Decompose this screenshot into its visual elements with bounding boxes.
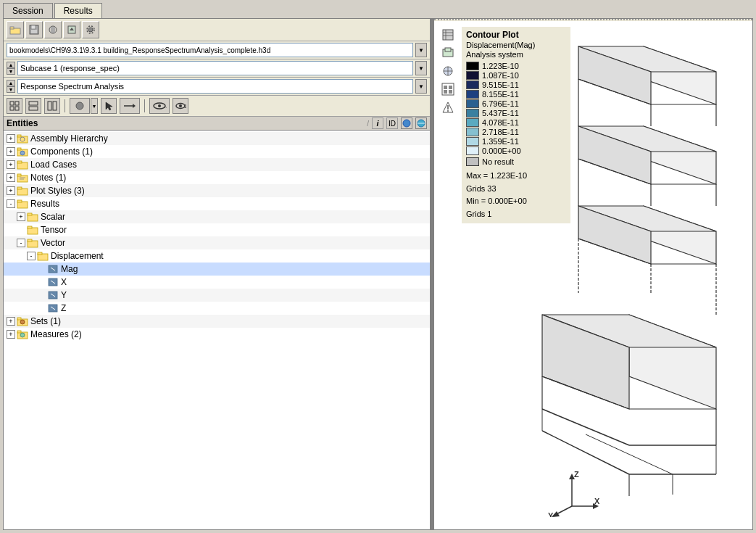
tree-toggle[interactable]: + xyxy=(7,147,15,156)
import-button[interactable] xyxy=(63,21,80,38)
legend-color-block xyxy=(466,146,479,155)
analysis-input[interactable] xyxy=(17,79,413,94)
svg-text:+/-: +/- xyxy=(164,104,167,109)
export-button[interactable] xyxy=(44,21,62,38)
cursor-button[interactable] xyxy=(101,98,117,114)
svg-rect-18 xyxy=(53,102,57,110)
legend-bar: 8.155E-11 xyxy=(466,90,566,99)
tree-toggle[interactable]: + xyxy=(7,134,15,143)
tree-item[interactable]: -Vector xyxy=(4,236,430,249)
rp-icon1[interactable] xyxy=(440,27,456,43)
entities-sphere1-icon[interactable] xyxy=(401,117,412,129)
tree-item-label: Vector xyxy=(41,238,65,248)
tree-item[interactable]: +Plot Styles (3) xyxy=(4,184,430,197)
tree-toggle[interactable]: + xyxy=(7,317,15,326)
tree-toggle[interactable]: + xyxy=(7,160,15,169)
tree-toggle[interactable]: - xyxy=(7,199,15,208)
eye2-button[interactable]: 1 xyxy=(173,98,188,114)
tree-item[interactable]: +Components (1) xyxy=(4,145,430,158)
entities-info-icon[interactable]: i xyxy=(372,117,383,129)
tree-toggle[interactable]: + xyxy=(17,212,25,221)
svg-point-27 xyxy=(179,104,182,107)
filepath-input[interactable] xyxy=(7,43,413,57)
arrow-right-button[interactable] xyxy=(120,98,140,114)
analysis-spin-down[interactable]: ▼ xyxy=(7,86,15,93)
analysis-dropdown[interactable]: ▼ xyxy=(415,79,427,94)
legend-value: 1.223E-10 xyxy=(482,62,519,70)
svg-rect-51 xyxy=(28,226,32,228)
tree-item[interactable]: +Assembly Hierarchy xyxy=(4,132,430,145)
svg-rect-82 xyxy=(449,86,452,89)
tree-item[interactable]: Y xyxy=(4,289,430,302)
filepath-dropdown[interactable]: ▼ xyxy=(415,43,427,57)
tree-item[interactable]: Z xyxy=(4,302,430,315)
main-container: Session Results xyxy=(0,0,756,533)
tree-item-label: Y xyxy=(61,290,67,300)
object-button[interactable] xyxy=(70,98,90,114)
tree-item[interactable]: +Scalar xyxy=(4,210,430,223)
analysis-spin-up[interactable]: ▲ xyxy=(7,80,15,86)
grid2-button[interactable] xyxy=(25,98,41,114)
svg-rect-53 xyxy=(28,239,32,241)
tree-item[interactable]: Tensor xyxy=(4,223,430,236)
svg-point-86 xyxy=(447,110,449,112)
subcase-spinner: ▲ ▼ xyxy=(7,62,15,75)
filepath-row: ▼ xyxy=(4,41,430,59)
object-dropdown[interactable]: ▼ xyxy=(91,98,98,114)
tree-toggle[interactable]: + xyxy=(7,186,15,195)
tree-item[interactable]: +Measures (2) xyxy=(4,328,430,341)
tree-item-label: Results xyxy=(30,199,59,209)
svg-line-117 xyxy=(542,409,629,445)
legend-bar: 6.796E-11 xyxy=(466,99,566,108)
rp-icon3[interactable] xyxy=(440,63,456,79)
tree-toggle[interactable]: - xyxy=(17,239,25,247)
svg-rect-68 xyxy=(17,331,21,333)
tree-toggle[interactable]: + xyxy=(7,173,15,182)
tree-item[interactable]: -Displacement xyxy=(4,249,430,263)
tab-session[interactable]: Session xyxy=(3,3,53,18)
subcase-spin-down[interactable]: ▼ xyxy=(7,68,15,75)
tab-results[interactable]: Results xyxy=(54,3,102,18)
tree-item[interactable]: +Sets (1) xyxy=(4,315,430,328)
svg-rect-39 xyxy=(17,161,22,163)
svg-rect-3 xyxy=(31,25,36,29)
svg-marker-20 xyxy=(106,102,112,110)
grids2-label: Grids 1 xyxy=(466,208,566,221)
legend-value: 1.359E-11 xyxy=(482,137,519,146)
grid1-button[interactable] xyxy=(7,98,22,114)
max-label: Max = 1.223E-10 xyxy=(466,170,566,183)
subcase-dropdown[interactable]: ▼ xyxy=(415,61,427,75)
rp-icon5[interactable] xyxy=(440,99,456,115)
legend-bar: 1.087E-10 xyxy=(466,71,566,80)
svg-rect-33 xyxy=(17,135,21,137)
rp-icon4[interactable] xyxy=(440,81,456,97)
tree-item-label: Load Cases xyxy=(30,160,77,170)
tree-item[interactable]: +Load Cases xyxy=(4,158,430,171)
tree-item[interactable]: +Notes (1) xyxy=(4,171,430,184)
rp-icon2[interactable] xyxy=(440,45,456,61)
tree-toggle xyxy=(37,265,46,273)
entities-sphere2-icon[interactable] xyxy=(415,117,427,129)
tree-item[interactable]: Mag xyxy=(4,263,430,276)
entities-id-label[interactable]: ID xyxy=(386,117,398,129)
tree-item-label: Measures (2) xyxy=(30,329,82,339)
tree-item[interactable]: X xyxy=(4,276,430,289)
open-button[interactable] xyxy=(7,21,24,38)
tree-item[interactable]: -Results xyxy=(4,197,430,210)
save-button[interactable] xyxy=(25,21,43,38)
toolbar2: ▼ +/- 1 xyxy=(4,96,430,117)
eye1-button[interactable]: +/- xyxy=(149,98,170,114)
subcase-spin-up[interactable]: ▲ xyxy=(7,62,15,68)
tree-toggle[interactable]: + xyxy=(7,330,15,339)
subcase-input[interactable] xyxy=(17,61,413,75)
legend-color-block xyxy=(466,71,479,80)
right-panel-icons xyxy=(440,27,456,115)
tree-toggle xyxy=(37,291,46,299)
legend-subtitle: Displacement(Mag) xyxy=(466,41,566,49)
grid3-button[interactable] xyxy=(44,98,60,114)
svg-marker-22 xyxy=(133,104,136,108)
tree-toggle[interactable]: - xyxy=(27,252,36,260)
svg-rect-36 xyxy=(17,148,21,150)
settings-button[interactable] xyxy=(82,21,99,38)
grids1-label: Grids 33 xyxy=(466,183,566,196)
